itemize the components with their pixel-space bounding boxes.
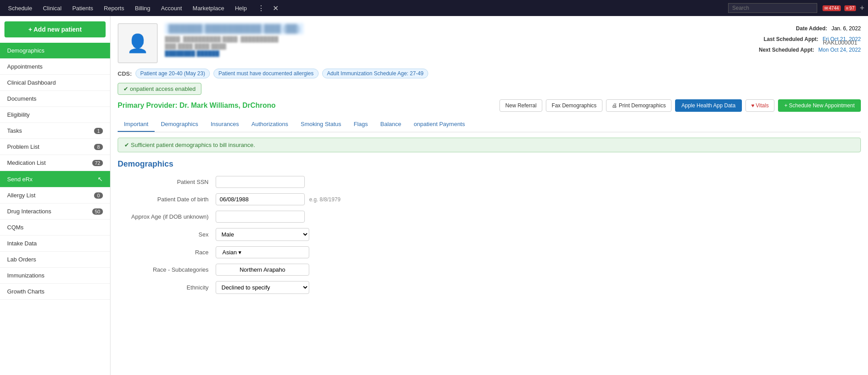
nav-reports[interactable]: Reports [99, 3, 129, 13]
dob-hint: e.g. 8/8/1979 [309, 196, 340, 203]
tab-onpatient-payments[interactable]: onpatient Payments [408, 117, 471, 132]
patient-info: ██████ ██████████ ███ (██) ████: ███████… [165, 23, 759, 57]
sidebar-item-demographics[interactable]: Demographics [0, 43, 110, 59]
tab-balance[interactable]: Balance [374, 117, 408, 132]
tab-flags[interactable]: Flags [348, 117, 374, 132]
race-subcategory-button[interactable]: Northern Arapaho [216, 264, 309, 276]
ssn-input[interactable] [216, 176, 305, 188]
allergy-list-badge: 0 [94, 192, 103, 199]
sidebar-label-intake-data: Intake Data [7, 240, 37, 247]
vitals-button[interactable]: ♥ Vitals [745, 99, 775, 112]
ethnicity-label: Ethnicity [118, 284, 216, 291]
apple-health-button[interactable]: Apple Health App Data [675, 99, 741, 112]
sidebar-item-drug-interactions[interactable]: Drug Interactions 50 [0, 204, 110, 220]
tab-smoking-status[interactable]: Smoking Status [295, 117, 348, 132]
sidebar-label-growth-charts: Growth Charts [7, 288, 45, 295]
sidebar-item-intake-data[interactable]: Intake Data [0, 236, 110, 252]
sidebar-label-medication-list: Medication List [7, 159, 46, 166]
dob-row: Patient Date of birth e.g. 8/8/1979 [118, 193, 430, 205]
nav-marketplace[interactable]: Marketplace [188, 3, 229, 13]
sidebar-label-demographics: Demographics [7, 47, 45, 54]
approx-age-label: Approx Age (if DOB unknown) [118, 213, 216, 220]
patient-avatar: 👤 [118, 23, 158, 63]
sidebar-item-clinical-dashboard[interactable]: Clinical Dashboard [0, 75, 110, 91]
approx-age-row: Approx Age (if DOB unknown) [118, 211, 430, 223]
nav-schedule[interactable]: Schedule [4, 3, 37, 13]
provider-row: Primary Provider: Dr. Mark Williams, DrC… [118, 99, 861, 112]
demographics-section-title: Demographics [118, 159, 861, 169]
nav-account[interactable]: Account [156, 3, 186, 13]
sidebar-item-immunizations[interactable]: Immunizations [0, 268, 110, 284]
sidebar-item-send-erx[interactable]: Send eRx ↖ [0, 171, 110, 188]
sex-label: Sex [118, 231, 216, 238]
avatar-person-icon: 👤 [127, 33, 149, 54]
search-input[interactable] [728, 3, 817, 13]
sidebar-label-drug-interactions: Drug Interactions [7, 208, 51, 215]
patient-details-2: ███ ████ ████ ████ [165, 43, 759, 49]
nav-patients[interactable]: Patients [68, 3, 98, 13]
sidebar-item-growth-charts[interactable]: Growth Charts [0, 284, 110, 300]
sidebar-item-allergy-list[interactable]: Allergy List 0 [0, 188, 110, 204]
medication-list-badge: 72 [92, 160, 103, 166]
print-demographics-button[interactable]: 🖨 Print Demographics [606, 99, 671, 112]
schedule-appointment-button[interactable]: + Schedule New Appointment [778, 99, 861, 112]
cds-label: CDS: [118, 70, 132, 77]
fax-demographics-button[interactable]: Fax Demographics [546, 99, 602, 112]
date-added-label: Date Added: [796, 25, 827, 32]
sidebar-item-documents[interactable]: Documents [0, 91, 110, 107]
sex-select[interactable]: Male Female Other [216, 228, 309, 241]
tab-authorizations[interactable]: Authorizations [245, 117, 294, 132]
demographics-form: Patient SSN Patient Date of birth e.g. 8… [118, 176, 430, 294]
ethnicity-select[interactable]: Declined to specify Hispanic Not Hispani… [216, 281, 309, 294]
race-dropdown[interactable]: Asian ▾ [216, 246, 309, 258]
last-appt-label: Last Scheduled Appt: [764, 36, 819, 42]
main-layout: + Add new patient Demographics Appointme… [0, 16, 868, 375]
patient-details-1: ████: ██████████ ████: ██████████ [165, 36, 759, 42]
nav-clinical[interactable]: Clinical [38, 3, 66, 13]
sidebar-label-problem-list: Problem List [7, 143, 39, 150]
sidebar-item-lab-orders[interactable]: Lab Orders [0, 252, 110, 268]
tab-important[interactable]: Important [118, 117, 155, 132]
sidebar-item-problem-list[interactable]: Problem List 8 [0, 139, 110, 155]
email-badge[interactable]: ✉ 4744 [823, 5, 840, 11]
sidebar-item-medication-list[interactable]: Medication List 72 [0, 155, 110, 171]
onpatient-badge: ✔ onpatient access enabled [118, 83, 201, 95]
next-appt-value[interactable]: Mon Oct 24, 2022 [819, 47, 861, 53]
cds-tag-1[interactable]: Patient must have documented allergies [213, 69, 318, 78]
nav-help[interactable]: Help [230, 3, 251, 13]
new-referral-button[interactable]: New Referral [500, 99, 542, 112]
cds-tag-2[interactable]: Adult Immunization Schedule Age: 27-49 [322, 69, 429, 78]
sidebar-label-immunizations: Immunizations [7, 272, 45, 279]
race-subcat-row: Race - Subcategories Northern Arapaho [118, 264, 430, 276]
dob-label: Patient Date of birth [118, 196, 216, 203]
sidebar-item-eligibility[interactable]: Eligibility [0, 107, 110, 123]
next-appt-label: Next Scheduled Appt: [759, 47, 814, 53]
add-icon[interactable]: + [860, 4, 864, 13]
sidebar-item-appointments[interactable]: Appointments [0, 59, 110, 75]
nav-extra-icon[interactable]: ⋮ [253, 2, 269, 14]
ethnicity-row: Ethnicity Declined to specify Hispanic N… [118, 281, 430, 294]
patient-name: ██████ ██████████ ███ (██) [165, 23, 303, 34]
ssn-label: Patient SSN [118, 179, 216, 185]
race-row: Race Asian ▾ [118, 246, 430, 258]
sidebar-label-eligibility: Eligibility [7, 111, 30, 118]
cds-tag-0[interactable]: Patient age 20-40 (May 23) [135, 69, 210, 78]
sidebar-item-cqms[interactable]: CQMs [0, 220, 110, 236]
sidebar-item-tasks[interactable]: Tasks 1 [0, 123, 110, 139]
nav-close-icon[interactable]: ✕ [273, 4, 278, 12]
notification-badge[interactable]: ≡ 97 [844, 5, 856, 11]
dob-input[interactable] [216, 193, 305, 205]
tab-demographics[interactable]: Demographics [155, 117, 205, 132]
date-added-value: Jan. 6, 2022 [831, 25, 861, 32]
patient-header: 👤 ██████ ██████████ ███ (██) ████: █████… [118, 23, 861, 63]
approx-age-input[interactable] [216, 211, 305, 223]
patient-id: RAKL000001 [823, 39, 857, 46]
tasks-badge: 1 [94, 128, 103, 134]
sidebar-label-cqms: CQMs [7, 224, 24, 231]
tab-insurances[interactable]: Insurances [205, 117, 246, 132]
nav-billing[interactable]: Billing [131, 3, 155, 13]
patient-details-3: ████████ ██████ [165, 50, 759, 57]
drug-interactions-badge: 50 [92, 208, 103, 215]
add-patient-button[interactable]: + Add new patient [4, 21, 106, 37]
sidebar-label-clinical-dashboard: Clinical Dashboard [7, 79, 56, 86]
